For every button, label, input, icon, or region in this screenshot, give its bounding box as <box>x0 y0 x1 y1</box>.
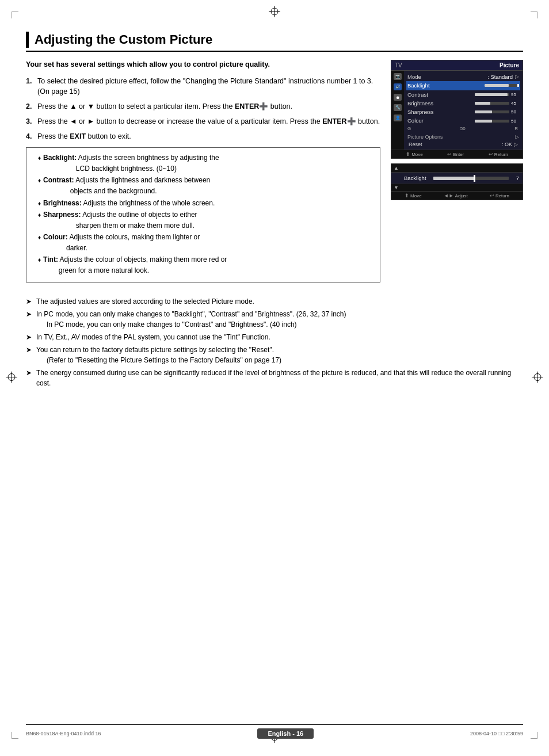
tv-contrast-label: Contrast <box>407 91 428 98</box>
bl-footer-adjust-label: Adjust <box>455 193 468 198</box>
feature-contrast-text: Contrast: Adjusts the lightness and dark… <box>43 175 210 196</box>
tv-contrast-bar-container: 95 <box>475 91 519 98</box>
note-5-arrow: ➤ <box>26 368 33 388</box>
step-1-text: To select the desired picture effect, fo… <box>37 76 380 97</box>
tv-icon-1: 📷 <box>394 73 402 80</box>
tv-mode-label: Mode <box>407 73 421 81</box>
tv-brightness-value: 45 <box>511 100 519 106</box>
move-icon: ⬆ <box>406 151 410 157</box>
feature-colour-text: Colour: Adjusts the colours, making them… <box>43 232 200 253</box>
tv-backlight-bar <box>485 84 519 87</box>
tv-sharpness-value: 50 <box>511 109 519 115</box>
tv-brightness-row: Brightness 45 <box>406 99 520 108</box>
note-1-arrow: ➤ <box>26 296 33 307</box>
footer-right-text: 2008-04-10 □□ 2:30:59 <box>470 731 523 736</box>
feature-backlight: ♦ Backlight: Adjusts the screen brightne… <box>33 152 373 174</box>
tv-reset-value: : OK <box>502 142 512 147</box>
tv-mode-arrow: ▷ <box>515 73 519 81</box>
tv-colour-label: Colour <box>407 117 424 124</box>
tv-menu-header: TV Picture <box>391 60 523 71</box>
bl-footer-move-label: Move <box>410 193 422 198</box>
tv-picture-options-row: Picture Options ▷ <box>406 133 520 142</box>
note-4-cont: (Refer to "Resetting the Picture Setting… <box>36 356 281 364</box>
enter-icon: ↩ <box>447 151 452 157</box>
bl-footer-move: ⬆ Move <box>405 193 422 198</box>
tv-backlight-bar-container <box>485 84 519 87</box>
tv-icons-column: 📷 🔊 ⏺ 🔧 👤 <box>391 71 404 150</box>
feature-brightness-text: Brightness: Adjusts the brightness of th… <box>43 198 215 209</box>
tv-backlight-fill <box>485 84 509 87</box>
step-4-text: Press the EXIT button to exit. <box>37 131 380 142</box>
note-1-text: The adjusted values are stored according… <box>36 296 254 307</box>
note-3-arrow: ➤ <box>26 332 33 342</box>
backlight-control-row: Backlight 7 <box>391 173 523 184</box>
tv-main-footer: ⬆ Move ↩ Enter ↩ Return <box>391 150 523 158</box>
step-1-num: 1. <box>26 76 34 97</box>
bl-footer-adjust: ◄► Adjust <box>444 193 468 198</box>
tv-colour-fill <box>475 120 492 123</box>
reg-mark-top <box>269 6 280 19</box>
feature-backlight-text: Backlight: Adjusts the screen brightness… <box>43 152 219 174</box>
tv-colour-bar <box>475 120 509 123</box>
bl-adjust-icon: ◄► <box>444 193 454 198</box>
steps-list: 1. To select the desired picture effect,… <box>26 76 380 142</box>
feature-contrast: ♦ Contrast: Adjusts the lightness and da… <box>33 175 373 196</box>
step-3-text: Press the ◄ or ► button to decrease or i… <box>37 116 380 127</box>
note-5-text: The energy consumed during use can be si… <box>36 368 523 388</box>
note-3-text: In TV, Ext., AV modes of the PAL system,… <box>36 332 270 342</box>
note-4: ➤ You can return to the factory defaults… <box>26 345 523 365</box>
backlight-value-display: 7 <box>512 175 519 181</box>
reg-mark-left <box>6 372 17 385</box>
tv-footer-enter-label: Enter <box>453 152 464 157</box>
feature-box: ♦ Backlight: Adjusts the screen brightne… <box>26 147 380 282</box>
corner-mark-tl <box>12 12 18 18</box>
bl-move-icon: ⬆ <box>405 193 409 198</box>
step-2-text: Press the ▲ or ▼ button to select a part… <box>37 101 380 112</box>
tv-footer-enter: ↩ Enter <box>447 151 464 157</box>
tv-header-picture-label: Picture <box>500 62 519 68</box>
tv-backlight-row: Backlight <box>406 81 520 90</box>
footer-center-text: English - 16 <box>257 728 314 739</box>
diamond-icon: ♦ <box>38 198 41 209</box>
tv-reset-arrow: ▷ <box>514 142 518 147</box>
tv-sharpness-bar <box>475 110 509 113</box>
tv-picture-options-arrow: ▷ <box>515 133 519 141</box>
note-2: ➤ In PC mode, you can only make changes … <box>26 309 523 330</box>
tv-sharpness-bar-container: 50 <box>475 109 519 115</box>
tv-mode-value: : Standard <box>487 73 513 81</box>
left-column: Your set has several settings which allo… <box>26 60 380 289</box>
backlight-item-label: Backlight <box>404 175 430 181</box>
note-4-text: You can return to the factory defaults p… <box>36 345 281 365</box>
tv-g-label: G <box>407 126 411 131</box>
page-title: Adjusting the Custom Picture <box>26 32 523 52</box>
tv-colour-row: Colour 50 <box>406 116 520 125</box>
tv-icon-4: 🔧 <box>394 104 402 111</box>
feature-tint-text: Tint: Adjusts the colour of objects, mak… <box>43 254 227 276</box>
note-5: ➤ The energy consumed during use can be … <box>26 368 523 388</box>
tv-sharpness-row: Sharpness 50 <box>406 108 520 116</box>
diamond-icon: ♦ <box>38 254 41 276</box>
feature-colour: ♦ Colour: Adjusts the colours, making th… <box>33 232 373 253</box>
tv-ui-backlight: ▲ Backlight 7 ▼ ⬆ Mov <box>391 163 523 200</box>
page-content: Adjusting the Custom Picture Your set ha… <box>26 32 523 724</box>
tv-backlight-footer: ⬆ Move ◄► Adjust ↩ Return <box>391 191 523 200</box>
tv-icon-2-active: 🔊 <box>394 83 402 90</box>
backlight-bar-thumb <box>474 175 475 182</box>
feature-sharpness: ♦ Sharpness: Adjusts the outline of obje… <box>33 209 373 231</box>
note-1: ➤ The adjusted values are stored accordi… <box>26 296 523 307</box>
tv-colour-value: 50 <box>511 118 519 124</box>
tv-mode-row: Mode : Standard ▷ <box>406 72 520 81</box>
diamond-icon: ♦ <box>38 232 41 253</box>
tv-contrast-bar <box>475 93 509 96</box>
footer-left-text: BN68-01518A-Eng-0410.indd 16 <box>26 731 101 736</box>
backlight-down-arrow: ▼ <box>391 184 523 191</box>
backlight-bar-container <box>433 177 509 180</box>
tv-backlight-label: Backlight <box>407 82 430 89</box>
notes-section: ➤ The adjusted values are stored accordi… <box>26 296 523 388</box>
step-4: 4. Press the EXIT button to exit. <box>26 131 380 142</box>
tv-brightness-label: Brightness <box>407 100 433 107</box>
feature-brightness: ♦ Brightness: Adjusts the brightness of … <box>33 198 373 209</box>
feature-sharpness-text: Sharpness: Adjusts the outline of object… <box>43 209 197 231</box>
bl-return-icon: ↩ <box>490 193 494 198</box>
step-3: 3. Press the ◄ or ► button to decrease o… <box>26 116 380 127</box>
